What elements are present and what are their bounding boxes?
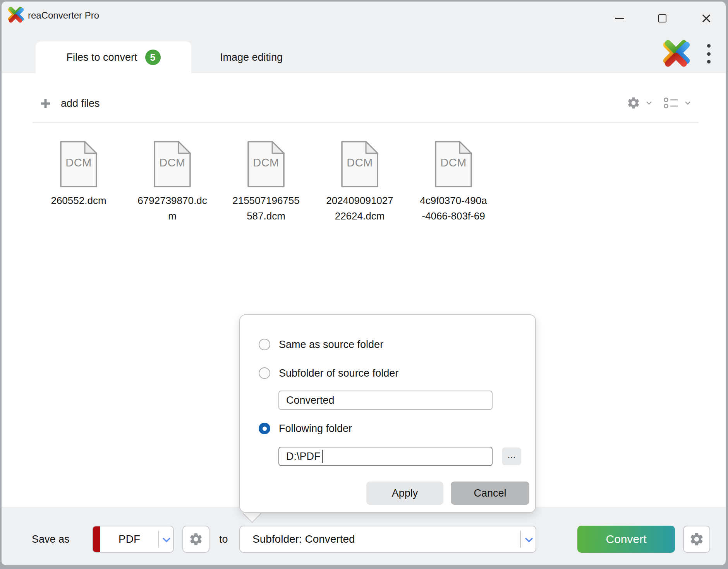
maximize-icon — [658, 14, 666, 22]
browse-folder-button[interactable]: ... — [502, 447, 521, 465]
maximize-button[interactable] — [653, 9, 671, 27]
destination-select[interactable]: Subfolder: Converted — [239, 526, 536, 553]
option-subfolder-label: Subfolder of source folder — [279, 367, 398, 379]
tab-image-editing-label: Image editing — [220, 51, 283, 63]
file-name: 260552.dcm — [38, 193, 119, 224]
app-window: reaConverter Pro Files to convert 5 Imag… — [1, 1, 726, 566]
file-name: 6792739870.dcm — [132, 193, 213, 224]
option-subfolder[interactable]: Subfolder of source folder — [259, 367, 398, 379]
folder-path-value: D:\PDF — [286, 451, 321, 463]
file-count-badge: 5 — [145, 50, 161, 65]
close-icon — [701, 13, 711, 23]
close-button[interactable] — [697, 9, 716, 27]
add-files-label: add files — [61, 98, 100, 110]
kebab-menu-button[interactable] — [703, 43, 714, 64]
gear-icon — [689, 531, 704, 547]
subfolder-name-value: Converted — [286, 394, 335, 406]
cancel-button[interactable]: Cancel — [451, 482, 529, 505]
file-tile[interactable]: DCM 20240909102722624.dcm — [313, 141, 407, 224]
app-logo-icon — [8, 7, 24, 23]
pdf-format-color-bar — [93, 526, 100, 552]
file-type-label: DCM — [435, 156, 472, 169]
destination-dialog: Same as source folder Subfolder of sourc… — [239, 314, 536, 513]
to-label: to — [219, 533, 228, 545]
settings-chevron-down-icon[interactable] — [646, 101, 652, 105]
text-caret — [322, 450, 323, 463]
conversion-settings-icon[interactable] — [627, 96, 640, 110]
convert-settings-button[interactable] — [683, 526, 710, 553]
toolbar-divider — [33, 122, 699, 123]
format-chevron-down-icon[interactable] — [163, 538, 170, 542]
convert-button[interactable]: Convert — [577, 526, 675, 553]
option-same-as-source-label: Same as source folder — [279, 339, 383, 351]
menu-dot-icon — [707, 52, 711, 56]
file-name: 215507196755587.dcm — [226, 193, 306, 224]
view-mode-icon[interactable] — [664, 97, 679, 109]
file-tile[interactable]: DCM 215507196755587.dcm — [219, 141, 313, 224]
destination-value: Subfolder: Converted — [252, 526, 355, 552]
file-name: 4c9f0370-490a-4066-803f-69 — [413, 193, 494, 224]
menu-dot-icon — [707, 60, 711, 63]
option-same-as-source[interactable]: Same as source folder — [259, 339, 383, 350]
file-type-label: DCM — [60, 156, 97, 169]
file-type-label: DCM — [154, 156, 191, 169]
menu-dot-icon — [707, 44, 711, 48]
subfolder-name-input[interactable]: Converted — [278, 391, 493, 410]
minimize-button[interactable] — [610, 9, 629, 27]
plus-icon — [40, 98, 51, 109]
dcm-file-icon: DCM — [154, 141, 191, 187]
dcm-file-icon: DCM — [435, 141, 472, 187]
dcm-file-icon: DCM — [60, 141, 97, 187]
tab-image-editing[interactable]: Image editing — [204, 41, 298, 73]
file-tile[interactable]: DCM 260552.dcm — [32, 141, 125, 224]
file-tile[interactable]: DCM 6792739870.dcm — [125, 141, 219, 224]
folder-path-input[interactable]: D:\PDF — [278, 447, 493, 466]
add-files-button[interactable]: add files — [40, 96, 100, 111]
file-name: 20240909102722624.dcm — [319, 193, 400, 224]
radio-selected-icon[interactable] — [259, 423, 270, 434]
format-settings-button[interactable] — [182, 526, 209, 553]
file-type-label: DCM — [341, 156, 378, 169]
destination-chevron-down-icon[interactable] — [525, 538, 533, 542]
option-following-folder[interactable]: Following folder — [259, 423, 352, 434]
tab-files-to-convert[interactable]: Files to convert 5 — [36, 41, 191, 73]
option-following-folder-label: Following folder — [279, 423, 352, 435]
radio-unselected-icon[interactable] — [259, 339, 270, 350]
apply-button[interactable]: Apply — [366, 482, 443, 505]
brand-logo-icon — [663, 40, 690, 67]
gear-icon — [189, 532, 203, 547]
dcm-file-icon: DCM — [341, 141, 378, 187]
titlebar[interactable]: reaConverter Pro — [2, 2, 726, 27]
select-separator — [520, 531, 521, 548]
file-type-label: DCM — [247, 156, 285, 169]
minimize-icon — [615, 18, 624, 19]
radio-unselected-icon[interactable] — [259, 367, 270, 379]
tab-files-to-convert-label: Files to convert — [66, 51, 137, 63]
view-mode-chevron-down-icon[interactable] — [685, 101, 691, 105]
output-format-value: PDF — [100, 526, 159, 552]
dcm-file-icon: DCM — [247, 141, 285, 187]
save-as-label: Save as — [32, 533, 70, 545]
window-title: reaConverter Pro — [28, 10, 99, 21]
file-tile[interactable]: DCM 4c9f0370-490a-4066-803f-69 — [407, 141, 500, 224]
desktop-background: { "window": { "title": "reaConverter Pro… — [0, 0, 728, 569]
select-separator — [158, 531, 159, 548]
output-format-select[interactable]: PDF — [92, 526, 174, 553]
